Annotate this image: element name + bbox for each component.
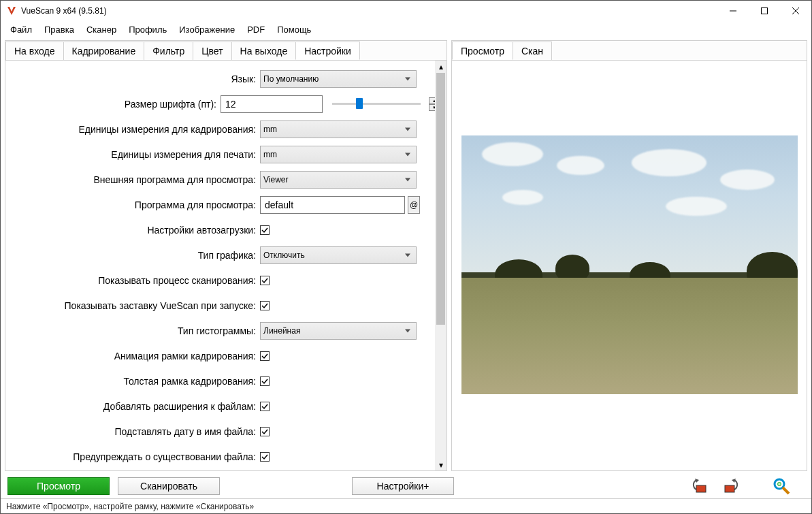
crop-units-label: Единицы измерения для кадрирования:: [8, 124, 260, 135]
menu-scanner[interactable]: Сканер: [81, 22, 122, 37]
svg-rect-5: [696, 485, 706, 492]
viewer-prog-input[interactable]: [260, 196, 405, 214]
maximize-button[interactable]: [749, 1, 780, 21]
add-ext-label: Добавлять расширения к файлам:: [8, 401, 260, 412]
tab-input[interactable]: На входе: [5, 42, 64, 60]
subst-date-check[interactable]: [260, 427, 270, 436]
font-size-input[interactable]: [221, 95, 323, 113]
warn-exist-check[interactable]: [260, 452, 270, 462]
font-size-slider[interactable]: [332, 103, 421, 105]
window-controls: [717, 1, 811, 21]
bottom-icons: [692, 477, 805, 496]
tab-preview[interactable]: Просмотр: [452, 42, 513, 60]
menu-pdf[interactable]: PDF: [242, 22, 270, 37]
tab-color[interactable]: Цвет: [193, 42, 231, 60]
browse-button[interactable]: @: [408, 196, 420, 214]
font-size-label: Размер шрифта (пт):: [8, 99, 221, 110]
splash-check[interactable]: [260, 301, 270, 310]
preview-content: [452, 60, 807, 470]
app-icon: [6, 5, 17, 16]
rotate-left-icon[interactable]: [692, 477, 711, 496]
zoom-icon[interactable]: [772, 477, 791, 496]
window-title: VueScan 9 x64 (9.5.81): [21, 6, 107, 16]
graph-type-label: Тип графика:: [8, 250, 260, 261]
add-ext-check[interactable]: [260, 402, 270, 411]
titlebar: VueScan 9 x64 (9.5.81): [1, 1, 811, 21]
preview-panel: Просмотр Скан: [451, 40, 807, 471]
crop-anim-label: Анимация рамки кадрирования:: [8, 351, 260, 362]
print-units-label: Единицы измерения для печати:: [8, 149, 260, 160]
tab-scan[interactable]: Скан: [513, 42, 552, 60]
viewer-prog-label: Программа для просмотра:: [8, 199, 260, 210]
settings-panel: На входе Кадрирование Фильтр Цвет На вых…: [5, 40, 447, 471]
rotate-right-icon[interactable]: [720, 477, 739, 496]
menubar: Файл Правка Сканер Профиль Изображение P…: [1, 21, 811, 37]
tab-filter[interactable]: Фильтр: [144, 42, 193, 60]
scan-progress-label: Показывать процесс сканирования:: [8, 275, 260, 286]
close-button[interactable]: [780, 1, 811, 21]
statusbar: Нажмите «Просмотр», настройте рамку, наж…: [1, 498, 811, 513]
svg-rect-7: [725, 485, 734, 492]
svg-rect-1: [762, 8, 768, 14]
preview-button[interactable]: Просмотр: [7, 477, 110, 495]
left-tabs: На входе Кадрирование Фильтр Цвет На вых…: [5, 41, 446, 60]
status-text: Нажмите «Просмотр», настройте рамку, наж…: [6, 502, 254, 511]
tab-output[interactable]: На выходе: [231, 42, 297, 60]
settings-content: Язык: По умолчанию Размер шрифта (пт): ▲…: [5, 60, 446, 470]
print-units-select[interactable]: mm: [260, 146, 417, 163]
preview-image[interactable]: [461, 135, 798, 394]
settings-scrollbar[interactable]: ▴ ▾: [435, 61, 446, 470]
scan-button[interactable]: Сканировать: [118, 477, 220, 495]
thick-crop-label: Толстая рамка кадрирования:: [8, 376, 260, 387]
svg-line-9: [783, 487, 789, 494]
ext-viewer-label: Внешняя программа для просмотра:: [8, 174, 260, 185]
thick-crop-check[interactable]: [260, 376, 270, 386]
crop-units-select[interactable]: mm: [260, 121, 417, 138]
scroll-down-icon[interactable]: ▾: [435, 459, 446, 470]
warn-exist-label: Предупреждать о существовании файла:: [8, 451, 260, 462]
splash-label: Показывать заставку VueScan при запуске:: [8, 300, 260, 311]
main-area: На входе Кадрирование Фильтр Цвет На вых…: [1, 37, 811, 474]
crop-anim-check[interactable]: [260, 351, 270, 361]
graph-type-select[interactable]: Отключить: [260, 246, 417, 264]
settings-plus-button[interactable]: Настройки+: [352, 477, 454, 495]
bottom-bar: Просмотр Сканировать Настройки+: [1, 474, 811, 498]
ext-viewer-select[interactable]: Viewer: [260, 171, 417, 189]
language-select[interactable]: По умолчанию: [260, 70, 417, 88]
subst-date-label: Подставлять дату в имя файла:: [8, 426, 260, 437]
language-label: Язык:: [8, 74, 260, 84]
autoload-check[interactable]: [260, 225, 270, 235]
menu-image[interactable]: Изображение: [174, 22, 240, 37]
right-tabs: Просмотр Скан: [452, 41, 807, 60]
minimize-button[interactable]: [717, 1, 749, 21]
menu-profile[interactable]: Профиль: [123, 22, 172, 37]
menu-help[interactable]: Помощь: [272, 22, 316, 37]
tab-settings[interactable]: Настройки: [295, 42, 360, 60]
scroll-thumb[interactable]: [436, 73, 445, 325]
menu-file[interactable]: Файл: [5, 22, 37, 37]
scroll-up-icon[interactable]: ▴: [435, 61, 446, 72]
menu-edit[interactable]: Правка: [39, 22, 80, 37]
histogram-select[interactable]: Линейная: [260, 322, 417, 340]
tab-crop[interactable]: Кадрирование: [63, 42, 145, 60]
scan-progress-check[interactable]: [260, 276, 270, 285]
autoload-label: Настройки автозагрузки:: [8, 225, 260, 236]
histogram-label: Тип гистограммы:: [8, 325, 260, 336]
